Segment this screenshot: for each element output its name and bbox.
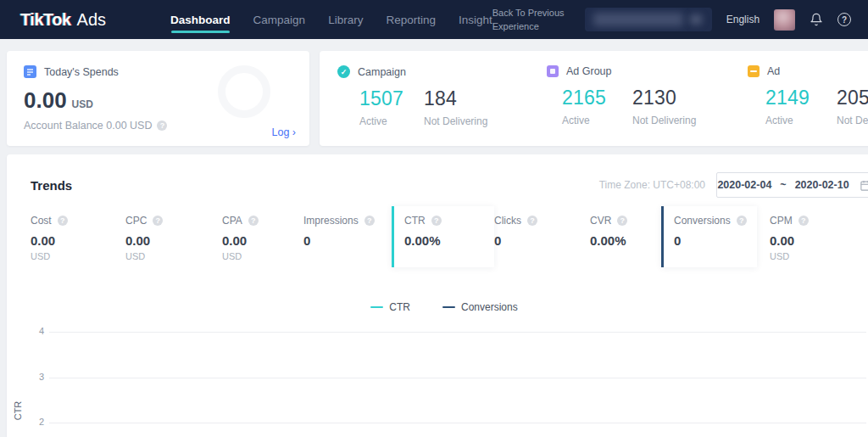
spend-amount: 0.00 <box>24 87 67 114</box>
gridline-2 <box>49 423 866 423</box>
delivery-stats-card: ✓ Campaign 1507 Active 184 Not Deliverin… <box>320 51 868 146</box>
tab-campaign[interactable]: Campaign <box>253 0 306 39</box>
impressions-info-icon[interactable]: ? <box>364 216 375 226</box>
trends-title: Trends <box>31 178 72 193</box>
cpa-info-icon[interactable]: ? <box>248 216 259 226</box>
impressions-unit <box>303 251 392 261</box>
metric-tile-cpm[interactable]: CPM? 0.00 USD <box>770 206 868 267</box>
ctr-unit <box>404 251 494 261</box>
y-tick-2: 2 <box>31 417 44 427</box>
navbar-right-group: Back To Previous Experience English ? <box>492 6 851 33</box>
impressions-value: 0 <box>303 233 392 248</box>
ad-group-label: Ad <box>767 65 780 77</box>
date-end: 2020-02-10 <box>795 179 849 191</box>
cpm-value: 0.00 <box>770 233 868 248</box>
chevron-right-icon: › <box>292 126 296 138</box>
clicks-info-icon[interactable]: ? <box>527 216 537 226</box>
date-start: 2020-02-04 <box>717 179 771 191</box>
metric-tile-cpc[interactable]: CPC? 0.00 USD <box>125 206 222 267</box>
cvr-unit <box>590 251 661 261</box>
adgroup-notdelivering-label: Not Delivering <box>632 115 696 126</box>
ctr-info-icon[interactable]: ? <box>431 216 442 226</box>
tab-reporting[interactable]: Reporting <box>386 0 436 39</box>
tab-insight[interactable]: Insight <box>459 0 492 39</box>
cost-value: 0.00 <box>31 233 125 248</box>
gridline-3 <box>49 378 866 378</box>
cpc-info-icon[interactable]: ? <box>153 216 163 226</box>
y-tick-4: 4 <box>31 326 44 336</box>
logo-text-light: Ads <box>77 10 106 30</box>
back-to-previous-link[interactable]: Back To Previous Experience <box>492 6 570 33</box>
account-selector-blurred[interactable] <box>585 8 712 31</box>
metric-tile-clicks[interactable]: Clicks? 0 <box>494 206 590 267</box>
campaign-group-label: Campaign <box>358 66 406 78</box>
calendar-icon <box>860 179 868 192</box>
cpm-unit: USD <box>770 251 868 261</box>
conversions-unit <box>674 251 757 261</box>
legend-item-conversions[interactable]: Conversions <box>442 301 518 313</box>
legend-item-ctr[interactable]: CTR <box>370 301 410 313</box>
campaign-notdelivering-value: 184 <box>424 87 487 110</box>
ad-stats-group: Ad 2149 Active 2051 Not Delivering <box>748 65 868 146</box>
date-separator: ~ <box>780 179 786 191</box>
trends-card: Trends Time Zone: UTC+08:00 2020-02-04 ~… <box>7 154 868 437</box>
ctr-line-swatch <box>370 306 383 309</box>
clicks-unit <box>494 251 590 261</box>
ad-icon <box>748 65 760 77</box>
cpm-info-icon[interactable]: ? <box>798 216 809 226</box>
spend-donut-chart <box>218 65 270 118</box>
metric-tile-cvr[interactable]: CVR? 0.00% <box>590 206 661 267</box>
timezone-label: Time Zone: UTC+08:00 <box>599 179 705 191</box>
cpc-unit: USD <box>125 251 222 261</box>
balance-info-icon[interactable]: ? <box>157 120 167 131</box>
ad-active-label: Active <box>765 115 837 126</box>
conversions-line-swatch <box>442 306 455 309</box>
todays-spends-card: Today's Spends 0.00 USD Account Balance … <box>7 51 309 146</box>
logo-text-bold: TikTok <box>20 10 71 30</box>
cvr-info-icon[interactable]: ? <box>617 216 627 226</box>
metric-tile-conversions-selected[interactable]: Conversions? 0 <box>661 206 757 267</box>
adgroup-active-value: 2165 <box>562 87 632 109</box>
spends-card-title: Today's Spends <box>44 66 119 78</box>
back-link-line1: Back To Previous <box>492 6 570 20</box>
spends-doc-icon <box>24 65 36 78</box>
adgroup-active-label: Active <box>562 115 632 126</box>
tab-library[interactable]: Library <box>328 0 363 39</box>
y-tick-3: 3 <box>31 372 44 382</box>
summary-cards-row: Today's Spends 0.00 USD Account Balance … <box>7 51 868 146</box>
back-link-line2: Experience <box>492 20 570 33</box>
metric-tile-cpa[interactable]: CPA? 0.00 USD <box>222 206 303 267</box>
cvr-value: 0.00% <box>590 233 661 248</box>
date-range-picker[interactable]: 2020-02-04 ~ 2020-02-10 <box>716 172 868 198</box>
ad-active-value: 2149 <box>765 87 837 109</box>
metric-tile-ctr-selected[interactable]: CTR? 0.00% <box>392 206 494 267</box>
help-icon[interactable]: ? <box>837 13 851 26</box>
top-navbar: TikTok Ads Dashboard Campaign Library Re… <box>0 0 868 39</box>
gridline-4 <box>49 332 866 333</box>
adgroup-group-label: Ad Group <box>566 65 612 77</box>
avatar-image-blurred <box>774 9 795 31</box>
ad-notdelivering-label: Not Delivering <box>837 115 868 126</box>
campaign-stats-group: ✓ Campaign 1507 Active 184 Not Deliverin… <box>337 65 547 146</box>
clicks-value: 0 <box>494 233 590 248</box>
tab-dashboard[interactable]: Dashboard <box>170 0 231 39</box>
ad-notdelivering-value: 2051 <box>837 87 868 109</box>
trends-header: Trends Time Zone: UTC+08:00 2020-02-04 ~… <box>7 154 868 198</box>
notification-bell-icon[interactable] <box>810 13 823 26</box>
chart-legend: CTR Conversions <box>7 301 868 313</box>
language-selector[interactable]: English <box>726 14 760 25</box>
log-link[interactable]: Log › <box>271 126 296 138</box>
cost-info-icon[interactable]: ? <box>58 216 68 226</box>
cost-unit: USD <box>31 251 125 261</box>
metric-tile-cost[interactable]: Cost? 0.00 USD <box>31 206 125 267</box>
tiktok-ads-logo[interactable]: TikTok Ads <box>20 10 106 30</box>
cpa-value: 0.00 <box>222 233 303 248</box>
avatar[interactable] <box>774 9 795 31</box>
metric-tile-impressions[interactable]: Impressions? 0 <box>303 206 392 267</box>
campaign-active-label: Active <box>359 115 424 127</box>
campaign-icon: ✓ <box>337 65 350 78</box>
campaign-notdelivering-label: Not Delivering <box>424 115 487 127</box>
conversions-info-icon[interactable]: ? <box>737 216 747 226</box>
cpa-unit: USD <box>222 251 303 261</box>
ctr-value: 0.00% <box>404 233 494 248</box>
